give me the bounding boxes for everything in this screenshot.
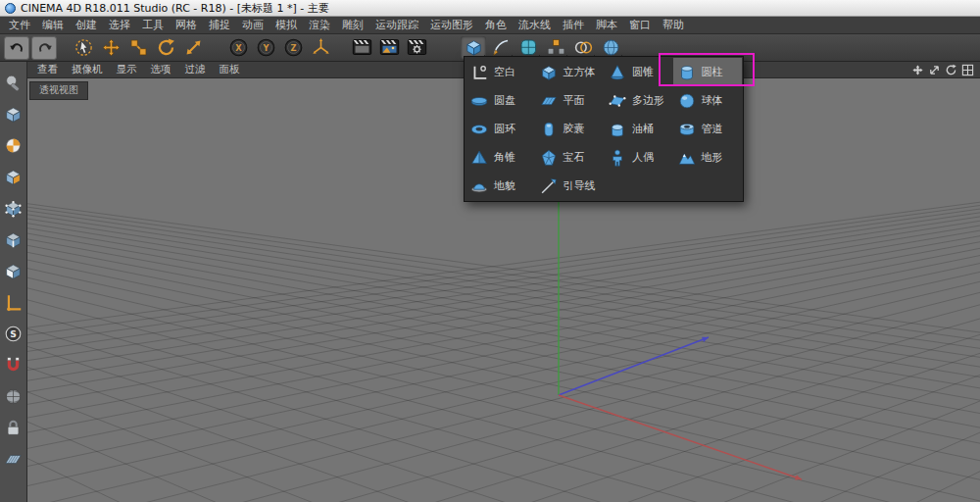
viewport-menu-item[interactable]: 摄像机 [65, 63, 110, 76]
figure-icon [607, 147, 628, 169]
quantize-icon[interactable] [2, 385, 24, 408]
menubar-item[interactable]: 脚本 [590, 17, 623, 33]
edges-mode-icon[interactable] [2, 228, 24, 251]
relief-icon [468, 176, 490, 197]
primitive-item-label: 平面 [564, 93, 585, 108]
menubar-item[interactable]: 帮助 [657, 17, 690, 33]
gem-icon [538, 147, 560, 169]
window-title: CINEMA 4D R18.011 Studio (RC - R18) - [未… [21, 1, 329, 16]
primitive-item-tube[interactable]: 管道 [673, 115, 743, 143]
primitive-item-label: 地貌 [494, 178, 515, 193]
move-tool-icon[interactable] [98, 36, 123, 60]
dolly-view-icon[interactable] [928, 64, 941, 76]
rotate-view-icon[interactable] [945, 64, 957, 76]
menubar-item[interactable]: 网格 [170, 17, 203, 33]
menubar-item[interactable]: 编辑 [36, 17, 70, 33]
render-settings-icon[interactable] [404, 36, 429, 60]
primitive-item-sphere[interactable]: 球体 [673, 86, 743, 115]
enable-axis-icon[interactable] [2, 291, 24, 314]
menubar-item[interactable]: 运动图形 [424, 17, 479, 33]
polygons-mode-icon[interactable] [2, 260, 24, 282]
workplane-mode-icon[interactable] [2, 166, 24, 188]
menubar-item[interactable]: 角色 [479, 17, 513, 33]
primitive-item-label: 地形 [702, 150, 723, 165]
primitive-item-guide[interactable]: 引导线 [535, 172, 605, 200]
menubar-item[interactable]: 插件 [557, 17, 590, 33]
x-axis-lock-icon[interactable]: X [225, 36, 251, 60]
oiltank-icon [607, 119, 628, 140]
primitive-item-gem[interactable]: 宝石 [535, 143, 605, 172]
menubar-item[interactable]: 流水线 [513, 17, 557, 33]
plane-icon [538, 90, 560, 112]
primitive-item-disc[interactable]: 圆盘 [466, 86, 535, 115]
lock-workplane-icon[interactable] [2, 417, 24, 439]
menubar-item[interactable]: 渲染 [303, 17, 336, 33]
primitive-item-capsule[interactable]: 胶囊 [535, 115, 605, 143]
viewport-label: 透视视图 [29, 81, 88, 100]
titlebar: CINEMA 4D R18.011 Studio (RC - R18) - [未… [0, 0, 980, 17]
tube-icon [676, 119, 698, 140]
coordinate-system-icon[interactable] [308, 36, 333, 60]
guide-icon [538, 176, 560, 197]
polygon-icon [607, 90, 628, 112]
menubar-item[interactable]: 模拟 [270, 17, 303, 33]
points-mode-icon[interactable] [2, 197, 24, 220]
viewport-menu-item[interactable]: 过滤 [178, 63, 213, 76]
primitive-item-oiltank[interactable]: 油桶 [604, 115, 673, 143]
z-axis-lock-icon[interactable]: Z [280, 36, 306, 60]
render-picture-viewer-icon[interactable] [376, 36, 402, 60]
layout-toggle-icon[interactable] [961, 64, 974, 76]
menubar-item[interactable]: 选择 [103, 17, 136, 33]
viewport-solo-icon[interactable]: S [2, 323, 24, 345]
menubar-item[interactable]: 文件 [3, 17, 36, 33]
menubar-item[interactable]: 捕捉 [203, 17, 236, 33]
rotate-tool-icon[interactable] [153, 36, 178, 60]
primitive-item-plane[interactable]: 平面 [535, 86, 605, 115]
model-mode-icon[interactable] [2, 103, 24, 126]
cube-icon [538, 62, 560, 83]
planar-workplane-icon[interactable] [2, 448, 24, 471]
primitive-item-polygon[interactable]: 多边形 [604, 86, 673, 115]
viewport-menu-item[interactable]: 面板 [213, 63, 247, 76]
y-axis-lock-icon[interactable]: Y [253, 36, 278, 60]
scale-tool-icon[interactable] [125, 36, 151, 60]
primitive-item-label: 立方体 [564, 65, 596, 79]
primitive-item-label: 球体 [702, 93, 723, 108]
recent-tool-icon[interactable] [180, 36, 206, 60]
menubar-item[interactable]: 工具 [136, 17, 170, 33]
undo-icon[interactable] [4, 36, 29, 60]
cinema4d-window: CINEMA 4D R18.011 Studio (RC - R18) - [未… [0, 0, 980, 502]
primitive-item-torus[interactable]: 圆环 [466, 115, 535, 143]
primitive-item-pyramid[interactable]: 角锥 [466, 143, 535, 172]
menubar-item[interactable]: 雕刻 [336, 17, 369, 33]
primitive-item-null[interactable]: 空白 [466, 58, 535, 86]
render-view-icon[interactable] [349, 36, 374, 60]
sphere-icon [676, 90, 698, 112]
primitive-item-label: 宝石 [564, 150, 585, 165]
menubar-item[interactable]: 创建 [70, 17, 103, 33]
svg-text:S: S [10, 329, 17, 339]
primitive-item-label: 圆环 [494, 122, 515, 136]
primitive-item-label: 胶囊 [564, 122, 585, 136]
primitive-item-label: 角锥 [494, 150, 515, 165]
menubar-item[interactable]: 动画 [236, 17, 270, 33]
viewport-menu-item[interactable]: 显示 [110, 63, 144, 76]
primitive-item-cube[interactable]: 立方体 [535, 58, 605, 86]
primitive-item-landscape[interactable]: 地形 [673, 143, 743, 172]
viewport-menu-item[interactable]: 选项 [144, 63, 178, 76]
texture-mode-icon[interactable] [2, 134, 24, 157]
live-selection-icon[interactable] [71, 36, 96, 60]
menubar-item[interactable]: 运动跟踪 [369, 17, 424, 33]
primitive-item-label: 多边形 [632, 93, 664, 108]
pan-view-icon[interactable] [911, 64, 924, 76]
primitive-item-figure[interactable]: 人偶 [604, 143, 673, 172]
primitive-item-relief[interactable]: 地貌 [466, 172, 535, 200]
cone-icon [607, 62, 628, 83]
menubar-item[interactable]: 窗口 [623, 17, 657, 33]
redo-icon[interactable] [31, 36, 57, 60]
svg-text:Z: Z [290, 43, 296, 53]
enable-snap-icon[interactable] [2, 354, 24, 376]
primitive-item-label: 空白 [494, 65, 515, 79]
make-editable-icon[interactable] [2, 72, 24, 94]
viewport-menu-item[interactable]: 查看 [30, 63, 65, 76]
